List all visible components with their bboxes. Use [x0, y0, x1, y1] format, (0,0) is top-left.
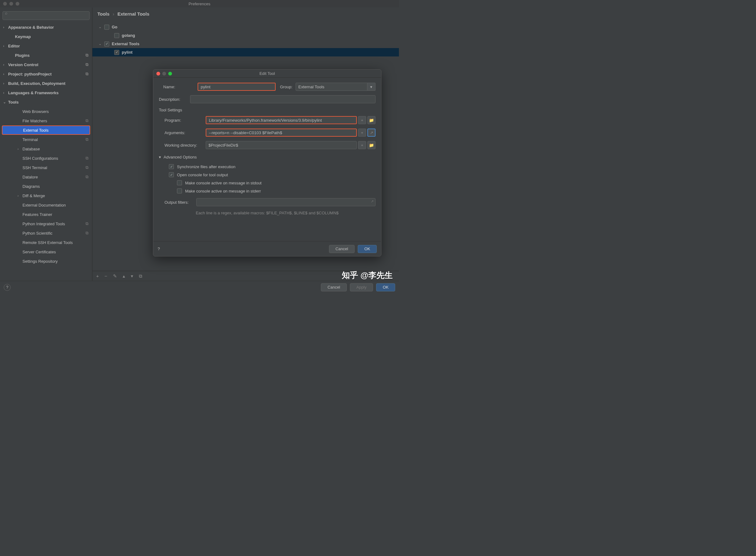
- dialog-titlebar: Edit Tool: [153, 70, 381, 78]
- sidebar-item-file-watchers[interactable]: File Watchers⧉: [0, 116, 92, 126]
- checkbox[interactable]: [104, 25, 109, 30]
- sidebar-item-plugins[interactable]: Plugins⧉: [0, 50, 92, 60]
- window-titlebar: Preferences: [0, 0, 399, 7]
- preferences-footer: ? Cancel Apply OK: [0, 281, 399, 293]
- program-input[interactable]: [206, 116, 357, 124]
- sidebar-item-editor[interactable]: ›Editor: [0, 41, 92, 50]
- apply-button[interactable]: Apply: [350, 283, 373, 291]
- sidebar-item-database[interactable]: ›Database: [0, 144, 92, 153]
- sidebar-item-ssh-terminal[interactable]: SSH Terminal⧉: [0, 163, 92, 172]
- sidebar-item-ssh-configurations[interactable]: SSH Configurations⧉: [0, 153, 92, 163]
- preferences-sidebar: ⌕ ›Appearance & BehaviorKeymap›EditorPlu…: [0, 7, 92, 281]
- insert-macro-icon[interactable]: +: [358, 141, 366, 149]
- sidebar-item-python-integrated-tools[interactable]: Python Integrated Tools⧉: [0, 219, 92, 229]
- sidebar-item-version-control[interactable]: ›Version Control⧉: [0, 60, 92, 69]
- chevron-icon: ›: [18, 194, 23, 198]
- sidebar-item-datalore[interactable]: Datalore⧉: [0, 172, 92, 182]
- browse-folder-icon[interactable]: 📁: [367, 116, 375, 124]
- edit-tool-dialog: Edit Tool Name: Group: ▾ Description: To…: [153, 69, 382, 256]
- output-filters-input[interactable]: [196, 198, 375, 206]
- copy-profile-icon: ⧉: [86, 165, 88, 170]
- sidebar-item-external-documentation[interactable]: External Documentation: [0, 200, 92, 210]
- sidebar-item-web-browsers[interactable]: Web Browsers: [0, 107, 92, 116]
- tree-row-golang[interactable]: golang: [92, 31, 399, 40]
- min-dot[interactable]: [9, 2, 13, 6]
- sidebar-item-features-trainer[interactable]: Features Trainer: [0, 210, 92, 219]
- tree-row-external-tools[interactable]: ⌄✓External Tools: [92, 40, 399, 48]
- tree-row-pylint[interactable]: ✓pylint: [92, 48, 399, 57]
- breadcrumb-root[interactable]: Tools: [97, 11, 109, 16]
- stdout-active-option[interactable]: Make console active on message in stdout: [159, 179, 375, 187]
- sidebar-item-diff-merge[interactable]: ›Diff & Merge: [0, 191, 92, 200]
- sidebar-item-appearance-behavior[interactable]: ›Appearance & Behavior: [0, 23, 92, 32]
- group-select[interactable]: [296, 83, 367, 91]
- output-filters-hint: Each line is a regex, available macros: …: [159, 211, 375, 215]
- dialog-title: Edit Tool: [259, 71, 275, 76]
- insert-macro-icon[interactable]: +: [358, 129, 366, 137]
- sidebar-item-python-scientific[interactable]: Python Scientific⧉: [0, 229, 92, 238]
- working-dir-input[interactable]: [206, 141, 357, 149]
- sidebar-item-external-tools[interactable]: External Tools: [2, 126, 90, 135]
- sync-files-option[interactable]: ✓Synchronize files after execution: [159, 163, 375, 171]
- sidebar-item-tools[interactable]: ⌄Tools: [0, 97, 92, 107]
- browse-folder-icon[interactable]: 📁: [367, 141, 375, 149]
- advanced-options-toggle[interactable]: ▾ Advanced Options: [159, 155, 375, 160]
- sidebar-item-project-pythonproject[interactable]: ›Project: pythonProject⧉: [0, 69, 92, 79]
- cancel-button[interactable]: Cancel: [321, 283, 347, 291]
- checkbox[interactable]: ✓: [104, 41, 109, 46]
- program-label: Program:: [159, 118, 206, 123]
- copy-profile-icon: ⧉: [86, 174, 88, 179]
- copy-profile-icon: ⧉: [86, 137, 88, 142]
- move-up-button[interactable]: ▴: [123, 273, 125, 279]
- stderr-active-option[interactable]: Make console active on message in stderr: [159, 187, 375, 195]
- open-console-option[interactable]: ✓Open console for tool output: [159, 171, 375, 179]
- chevron-down-icon: ▾: [159, 155, 161, 160]
- expand-icon[interactable]: ↗: [367, 129, 375, 137]
- dialog-max-dot[interactable]: [168, 72, 172, 75]
- sidebar-item-languages-frameworks[interactable]: ›Languages & Frameworks: [0, 88, 92, 97]
- chevron-icon: ⌄: [99, 25, 104, 29]
- chevron-icon: ⌄: [99, 42, 104, 46]
- sidebar-item-diagrams[interactable]: Diagrams: [0, 182, 92, 191]
- checkbox[interactable]: [114, 33, 119, 38]
- copy-profile-icon: ⧉: [86, 118, 88, 123]
- ok-button[interactable]: OK: [376, 283, 395, 291]
- checkbox[interactable]: ✓: [114, 50, 119, 55]
- insert-macro-icon[interactable]: +: [358, 116, 366, 124]
- description-input[interactable]: [190, 95, 375, 103]
- chevron-icon: ›: [3, 44, 8, 48]
- remove-button[interactable]: −: [105, 273, 107, 279]
- sidebar-item-build-execution-deployment[interactable]: ›Build, Execution, Deployment: [0, 79, 92, 88]
- help-button[interactable]: ?: [4, 284, 11, 291]
- mac-traffic-lights[interactable]: [3, 2, 19, 6]
- chevron-icon: ⌄: [3, 100, 8, 104]
- copy-profile-icon: ⧉: [86, 221, 88, 226]
- chevron-icon: ›: [3, 81, 8, 85]
- advanced-options-label: Advanced Options: [164, 155, 197, 160]
- external-tools-tree[interactable]: ⌄Gogolang⌄✓External Tools✓pylint: [92, 20, 399, 57]
- copy-button[interactable]: ⧉: [139, 273, 142, 279]
- name-input[interactable]: [198, 83, 275, 91]
- dialog-cancel-button[interactable]: Cancel: [329, 245, 355, 253]
- sidebar-item-server-certificates[interactable]: Server Certificates: [0, 247, 92, 256]
- chevron-icon: ›: [18, 147, 23, 151]
- close-dot[interactable]: [3, 2, 7, 6]
- dialog-help-button[interactable]: ?: [158, 246, 160, 251]
- sidebar-item-keymap[interactable]: Keymap: [0, 32, 92, 41]
- tree-row-go[interactable]: ⌄Go: [92, 23, 399, 31]
- name-label: Name:: [163, 84, 194, 89]
- dialog-min-dot[interactable]: [162, 72, 166, 75]
- max-dot[interactable]: [15, 2, 19, 6]
- sidebar-item-remote-ssh-external-tools[interactable]: Remote SSH External Tools: [0, 238, 92, 247]
- add-button[interactable]: +: [96, 273, 99, 279]
- description-label: Description:: [159, 97, 190, 102]
- sidebar-item-terminal[interactable]: Terminal⧉: [0, 135, 92, 144]
- dialog-close-dot[interactable]: [156, 72, 160, 75]
- sidebar-item-settings-repository[interactable]: Settings Repository: [0, 256, 92, 266]
- arguments-input[interactable]: [206, 129, 357, 137]
- edit-button[interactable]: ✎: [113, 273, 117, 279]
- move-down-button[interactable]: ▾: [131, 273, 133, 279]
- search-input[interactable]: [2, 11, 90, 20]
- chevron-down-icon[interactable]: ▾: [367, 83, 375, 91]
- dialog-ok-button[interactable]: OK: [358, 245, 377, 253]
